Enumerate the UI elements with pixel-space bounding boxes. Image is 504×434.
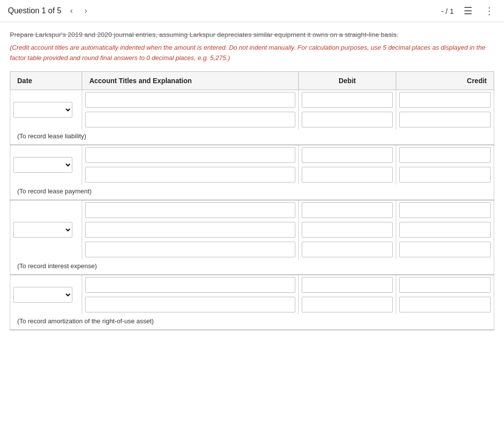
debit-input-4-2[interactable] — [302, 297, 393, 312]
col-account: Account Titles and Explanation — [82, 71, 298, 90]
account-input-2-2[interactable] — [85, 167, 295, 183]
credit-cell-2-2 — [396, 165, 494, 185]
score-label: - / 1 — [441, 7, 454, 15]
table-header-row: Date Account Titles and Explanation Debi… — [10, 71, 494, 90]
table-row — [10, 110, 494, 129]
debit-cell-4-2 — [298, 295, 396, 314]
main-content: Prepare Larkspur's 2019 and 2020 journal… — [0, 22, 504, 338]
debit-input-4-1[interactable] — [302, 277, 393, 293]
credit-input-3-2[interactable] — [399, 222, 491, 238]
debit-input-3-3[interactable] — [302, 242, 393, 257]
journal-table: Date Account Titles and Explanation Debi… — [10, 71, 494, 330]
credit-cell-2-1 — [396, 145, 494, 165]
more-icon-button[interactable]: ⋮ — [482, 4, 496, 18]
question-label: Question 1 — [8, 6, 46, 15]
account-cell-3-2 — [82, 220, 298, 240]
table-row — [10, 200, 494, 220]
date-select-2[interactable] — [13, 157, 72, 173]
account-cell-3-3 — [82, 240, 298, 259]
account-cell-2-1 — [82, 145, 298, 165]
debit-input-1-2[interactable] — [302, 112, 393, 127]
account-cell-2-2 — [82, 165, 298, 185]
section-note-1: (To record lease liability) — [10, 129, 494, 145]
of-label: of 5 — [48, 6, 62, 15]
next-button[interactable]: › — [82, 5, 90, 16]
section-note-row-1: (To record lease liability) — [10, 129, 494, 145]
account-input-2-1[interactable] — [85, 147, 295, 163]
table-row — [10, 90, 494, 110]
account-input-1-2[interactable] — [85, 112, 295, 127]
credit-cell-1-2 — [396, 110, 494, 129]
account-cell-1-2 — [82, 110, 298, 129]
debit-cell-3-2 — [298, 220, 396, 240]
credit-cell-3-3 — [396, 240, 494, 259]
top-bar-left: Question 1 of 5 ‹ › — [8, 5, 90, 16]
credit-input-4-1[interactable] — [399, 277, 491, 293]
credit-input-2-2[interactable] — [399, 167, 491, 183]
credit-input-3-3[interactable] — [399, 242, 491, 257]
date-select-1[interactable] — [13, 102, 72, 118]
credit-cell-3-1 — [396, 200, 494, 220]
section-note-2: (To record lease payment) — [10, 185, 494, 200]
date-cell-4 — [10, 275, 82, 314]
debit-cell-1-2 — [298, 110, 396, 129]
credit-input-2-1[interactable] — [399, 147, 491, 163]
debit-input-3-2[interactable] — [302, 222, 393, 238]
section-note-3: (To record interest expense) — [10, 259, 494, 275]
credit-input-3-1[interactable] — [399, 202, 491, 218]
debit-input-1-1[interactable] — [302, 92, 393, 108]
col-date: Date — [10, 71, 82, 90]
table-row — [10, 275, 494, 295]
col-credit: Credit — [396, 71, 494, 90]
date-select-3[interactable] — [13, 222, 72, 238]
instruction-italic: (Credit account titles are automatically… — [10, 43, 494, 63]
table-row — [10, 165, 494, 185]
question-title: Question 1 of 5 — [8, 6, 62, 15]
table-row — [10, 295, 494, 314]
account-input-4-1[interactable] — [85, 277, 295, 293]
top-bar-right: - / 1 ☰ ⋮ — [441, 4, 496, 18]
col-debit: Debit — [298, 71, 396, 90]
prev-button[interactable]: ‹ — [67, 5, 76, 16]
account-input-1-1[interactable] — [85, 92, 295, 108]
credit-cell-3-2 — [396, 220, 494, 240]
table-row — [10, 220, 494, 240]
debit-cell-2-1 — [298, 145, 396, 165]
credit-input-1-2[interactable] — [399, 112, 491, 127]
account-cell-3-1 — [82, 200, 298, 220]
debit-cell-3-1 — [298, 200, 396, 220]
account-input-4-2[interactable] — [85, 297, 295, 312]
account-cell-4-2 — [82, 295, 298, 314]
credit-input-1-1[interactable] — [399, 92, 491, 108]
date-cell-3 — [10, 200, 82, 259]
debit-input-3-1[interactable] — [302, 202, 393, 218]
top-bar: Question 1 of 5 ‹ › - / 1 ☰ ⋮ — [0, 0, 504, 22]
debit-cell-4-1 — [298, 275, 396, 295]
table-row — [10, 145, 494, 165]
instruction-strikethrough: Prepare Larkspur's 2019 and 2020 journal… — [10, 30, 494, 40]
account-input-3-3[interactable] — [85, 242, 295, 257]
account-cell-1-1 — [82, 90, 298, 110]
credit-input-4-2[interactable] — [399, 297, 491, 312]
section-note-row-3: (To record interest expense) — [10, 259, 494, 275]
debit-cell-1-1 — [298, 90, 396, 110]
credit-cell-4-2 — [396, 295, 494, 314]
debit-input-2-1[interactable] — [302, 147, 393, 163]
credit-cell-1-1 — [396, 90, 494, 110]
debit-input-2-2[interactable] — [302, 167, 393, 183]
table-row — [10, 240, 494, 259]
debit-cell-2-2 — [298, 165, 396, 185]
date-cell-2 — [10, 145, 82, 185]
account-input-3-1[interactable] — [85, 202, 295, 218]
credit-cell-4-1 — [396, 275, 494, 295]
date-cell-1 — [10, 90, 82, 129]
date-select-4[interactable] — [13, 287, 72, 303]
section-note-row-2: (To record lease payment) — [10, 185, 494, 200]
section-note-row-4: (To record amortization of the right-of-… — [10, 314, 494, 330]
account-input-3-2[interactable] — [85, 222, 295, 238]
section-note-4: (To record amortization of the right-of-… — [10, 314, 494, 330]
debit-cell-3-3 — [298, 240, 396, 259]
account-cell-4-1 — [82, 275, 298, 295]
list-icon-button[interactable]: ☰ — [462, 4, 474, 18]
